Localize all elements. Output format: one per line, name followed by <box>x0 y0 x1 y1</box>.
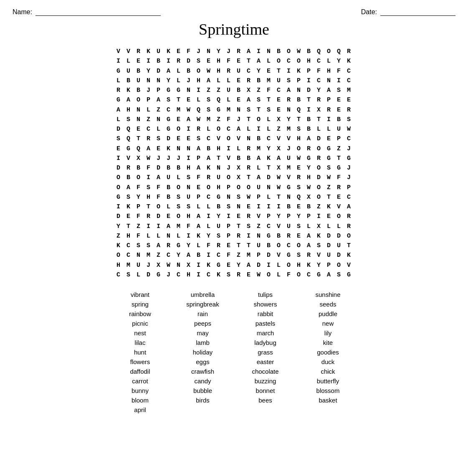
grid-cell: Y <box>134 192 144 202</box>
grid-cell: L <box>144 105 154 115</box>
word-row: daffodilcrawfishchocolatechick <box>109 367 359 376</box>
grid-cell: G <box>114 95 124 105</box>
grid-cell: Z <box>324 183 334 192</box>
grid-cell: R <box>114 86 124 95</box>
grid-cell: I <box>224 144 234 154</box>
grid-cell: H <box>214 66 224 76</box>
grid-cell: W <box>274 183 284 192</box>
grid-cell: E <box>234 95 244 105</box>
grid-cell: D <box>334 251 344 260</box>
grid-cell: L <box>324 222 334 231</box>
grid-cell: E <box>244 202 254 212</box>
grid-cell: E <box>294 202 304 212</box>
grid-cell: B <box>334 115 344 124</box>
grid-row: AHNLZCMWQSGMNSTSENQIXRER <box>114 105 354 115</box>
grid-cell: O <box>294 56 304 66</box>
grid-cell: P <box>134 202 144 212</box>
grid-cell: B <box>274 231 284 241</box>
word-item: springbreak <box>172 300 234 309</box>
grid-cell: X <box>244 86 254 95</box>
grid-cell: I <box>144 222 154 231</box>
grid-cell: S <box>334 270 344 280</box>
grid-cell: W <box>324 173 334 182</box>
grid-cell: T <box>174 95 184 105</box>
grid-cell: B <box>134 66 144 76</box>
grid-cell: Y <box>254 66 264 76</box>
grid-cell: V <box>344 261 354 270</box>
grid-cell: L <box>194 241 204 251</box>
grid-cell: W <box>184 105 194 115</box>
grid-cell: Z <box>254 222 264 231</box>
grid-cell: L <box>234 144 244 154</box>
word-row: lilaclambladybugkite <box>109 338 359 347</box>
grid-cell: L <box>124 56 134 66</box>
grid-cell: B <box>294 95 304 105</box>
date-field: Date: <box>361 8 455 16</box>
grid-cell: V <box>334 202 344 212</box>
grid-cell: J <box>144 261 154 270</box>
grid-cell: D <box>304 86 314 95</box>
grid-cell: R <box>334 183 344 192</box>
grid-cell: R <box>244 212 254 221</box>
word-item: holiday <box>172 348 234 357</box>
grid-cell: Y <box>304 163 314 173</box>
grid-cell: L <box>264 124 274 134</box>
grid-cell: L <box>334 222 344 231</box>
grid-cell: I <box>114 56 124 66</box>
grid-cell: O <box>294 144 304 154</box>
grid-cell: Y <box>214 47 224 56</box>
grid-row: GAOPASTELSQLEASTERBTRPEE <box>114 95 354 105</box>
grid-cell: I <box>144 173 154 182</box>
grid-cell: E <box>334 105 344 115</box>
grid-cell: I <box>264 202 274 212</box>
grid-cell: K <box>314 231 324 241</box>
page-title: Springtime <box>13 20 455 38</box>
word-item: duck <box>297 357 359 366</box>
grid-cell: D <box>334 231 344 241</box>
grid-cell: Z <box>334 144 344 154</box>
grid-cell: R <box>314 154 324 163</box>
grid-cell: T <box>124 222 134 231</box>
grid-cell: U <box>334 124 344 134</box>
grid-cell: K <box>214 270 224 280</box>
grid-cell: B <box>234 154 244 163</box>
grid-cell: M <box>254 144 264 154</box>
grid-cell: S <box>224 270 234 280</box>
grid-cell: I <box>194 270 204 280</box>
grid-cell: V <box>214 134 224 144</box>
word-item: nest <box>109 329 172 337</box>
grid-cell: B <box>284 202 294 212</box>
grid-cell: V <box>284 173 294 182</box>
grid-cell: I <box>164 56 174 66</box>
grid-cell: E <box>324 134 334 144</box>
grid-cell: L <box>314 124 324 134</box>
word-item: lily <box>297 329 359 337</box>
grid-cell: J <box>344 144 354 154</box>
grid-row: OAFSFBONEOHPOOUNWGSWOZRP <box>114 183 354 192</box>
grid-cell: S <box>324 163 334 173</box>
grid-cell: A <box>114 105 124 115</box>
grid-cell: R <box>314 95 324 105</box>
grid-cell: V <box>254 212 264 221</box>
grid-cell: T <box>314 115 324 124</box>
grid-cell: T <box>244 115 254 124</box>
grid-cell: A <box>324 86 334 95</box>
grid-cell: J <box>154 154 164 163</box>
grid-cell: G <box>214 105 224 115</box>
grid-cell: P <box>284 212 294 221</box>
grid-cell: F <box>134 212 144 221</box>
grid-cell: H <box>214 56 224 66</box>
grid-cell: D <box>264 251 274 260</box>
grid-row: GUBYDALBOWHRUCYETIKPFHFC <box>114 66 354 76</box>
grid-cell: J <box>234 115 244 124</box>
grid-cell: D <box>154 163 164 173</box>
grid-cell: L <box>264 192 274 202</box>
grid-cell: M <box>224 105 234 115</box>
grid-cell: O <box>174 183 184 192</box>
grid-cell: C <box>244 66 254 76</box>
grid-cell: J <box>174 154 184 163</box>
grid-cell: S <box>184 202 194 212</box>
grid-cell: S <box>284 76 294 86</box>
grid-cell: E <box>134 56 144 66</box>
grid-cell: Y <box>174 251 184 260</box>
